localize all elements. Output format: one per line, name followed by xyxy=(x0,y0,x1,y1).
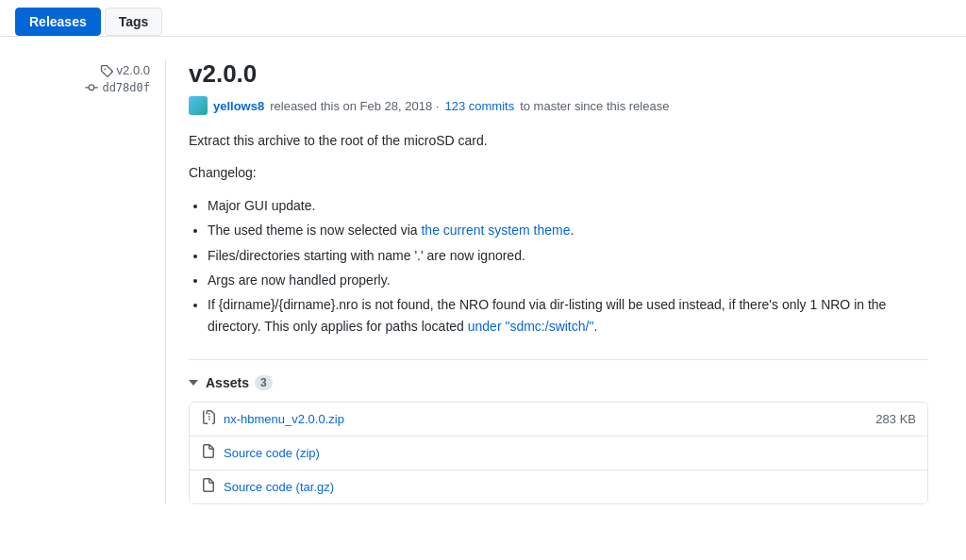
sidebar-tag: v2.0.0 xyxy=(15,63,150,77)
asset-item: nx-hbmenu_v2.0.0.zip 283 KB xyxy=(190,403,927,436)
changelog-label: Changelog: xyxy=(189,162,928,183)
doc-icon xyxy=(201,444,216,462)
assets-count-badge: 3 xyxy=(255,375,273,390)
sidebar-commit: dd78d0f xyxy=(15,81,150,94)
zip-icon xyxy=(201,410,216,428)
meta-text: released this on Feb 28, 2018 · xyxy=(270,99,439,113)
doc-icon-2 xyxy=(201,478,216,496)
author-avatar xyxy=(189,96,208,115)
asset-left: nx-hbmenu_v2.0.0.zip xyxy=(201,410,344,428)
changelog-item-2-text: The used theme is now selected via the c… xyxy=(208,222,574,238)
asset-zip-link[interactable]: nx-hbmenu_v2.0.0.zip xyxy=(224,412,344,426)
asset-zip-size: 283 KB xyxy=(875,412,916,426)
assets-section: Assets 3 nx-hbmenu_v2.0.0.zip 283 KB xyxy=(189,359,928,504)
assets-header[interactable]: Assets 3 xyxy=(189,375,928,390)
assets-label: Assets xyxy=(206,375,249,390)
release-intro: Extract this archive to the root of the … xyxy=(189,130,928,151)
source-zip-link[interactable]: Source code (zip) xyxy=(224,446,320,460)
list-item: Files/directories starting with name '.'… xyxy=(208,245,928,266)
asset-item: Source code (tar.gz) xyxy=(190,470,927,503)
list-item: Args are now handled properly. xyxy=(208,270,928,290)
source-targz-link[interactable]: Source code (tar.gz) xyxy=(224,480,334,494)
tab-tags[interactable]: Tags xyxy=(105,8,163,36)
commit-icon xyxy=(85,81,98,94)
changelog-item-5-text: If {dirname}/{dirname}.nro is not found,… xyxy=(208,297,886,333)
theme-link[interactable]: the current system theme xyxy=(421,222,570,238)
sidebar-tag-label: v2.0.0 xyxy=(117,63,150,77)
sidebar-commit-link[interactable]: dd78d0f xyxy=(102,81,150,94)
asset-item: Source code (zip) xyxy=(190,436,927,470)
tag-icon xyxy=(100,64,113,77)
release-content: v2.0.0 yellows8 released this on Feb 28,… xyxy=(166,59,928,504)
list-item: If {dirname}/{dirname}.nro is not found,… xyxy=(208,294,928,337)
asset-list: nx-hbmenu_v2.0.0.zip 283 KB Source code … xyxy=(189,402,928,504)
path-link[interactable]: under "sdmc:/switch/" xyxy=(468,319,594,334)
author-link[interactable]: yellows8 xyxy=(213,99,264,113)
main-container: v2.0.0 dd78d0f v2.0.0 yellows8 released … xyxy=(0,37,943,527)
asset-left: Source code (zip) xyxy=(201,444,320,462)
release-title: v2.0.0 xyxy=(189,59,928,89)
commits-suffix: to master since this release xyxy=(520,99,669,113)
release-body: Extract this archive to the root of the … xyxy=(189,130,928,337)
release-meta: yellows8 released this on Feb 28, 2018 ·… xyxy=(189,96,928,115)
asset-left: Source code (tar.gz) xyxy=(201,478,334,496)
commits-link[interactable]: 123 commits xyxy=(444,99,514,113)
list-item: The used theme is now selected via the c… xyxy=(208,220,928,240)
top-nav: Releases Tags xyxy=(0,0,966,37)
tab-releases[interactable]: Releases xyxy=(15,8,101,36)
sidebar: v2.0.0 dd78d0f xyxy=(15,59,166,504)
assets-chevron-icon xyxy=(189,380,198,386)
list-item: Major GUI update. xyxy=(208,195,928,216)
changelog-list: Major GUI update. The used theme is now … xyxy=(208,195,928,337)
